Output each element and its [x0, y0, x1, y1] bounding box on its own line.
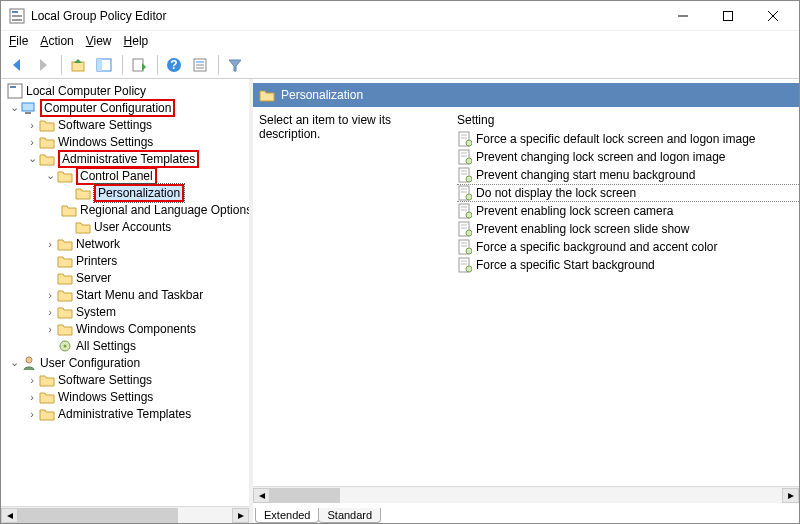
- tree-user-accounts[interactable]: User Accounts: [7, 218, 249, 235]
- setting-item[interactable]: Do not display the lock screen: [457, 184, 799, 202]
- filter-button[interactable]: [223, 53, 247, 77]
- menu-file[interactable]: File: [5, 32, 32, 50]
- tree-software-settings[interactable]: › Software Settings: [7, 116, 249, 133]
- folder-icon: [61, 202, 77, 218]
- tree-windows-components[interactable]: › Windows Components: [7, 320, 249, 337]
- svg-line-7: [768, 11, 778, 21]
- export-button[interactable]: [127, 53, 151, 77]
- svg-point-28: [64, 344, 67, 347]
- close-button[interactable]: [750, 2, 795, 30]
- tree-printers[interactable]: Printers: [7, 252, 249, 269]
- up-button[interactable]: [66, 53, 90, 77]
- expand-icon[interactable]: ›: [25, 391, 39, 403]
- scroll-right-button[interactable]: ▸: [232, 508, 249, 523]
- tree-network[interactable]: › Network: [7, 235, 249, 252]
- setting-item[interactable]: Force a specific Start background: [457, 256, 799, 274]
- svg-rect-13: [97, 59, 102, 71]
- tree-windows-settings[interactable]: › Windows Settings: [7, 133, 249, 150]
- expand-icon[interactable]: ›: [43, 289, 57, 301]
- collapse-icon[interactable]: ⌄: [25, 152, 39, 165]
- description-prompt: Select an item to view its description.: [259, 113, 391, 141]
- collapse-icon[interactable]: ⌄: [43, 169, 57, 182]
- setting-item[interactable]: Force a specific default lock screen and…: [457, 130, 799, 148]
- help-button[interactable]: ?: [162, 53, 186, 77]
- toolbar-divider: [122, 55, 123, 75]
- policy-icon: [7, 83, 23, 99]
- tree-control-panel[interactable]: ⌄ Control Panel: [7, 167, 249, 184]
- svg-rect-3: [12, 19, 22, 21]
- setting-item[interactable]: Prevent changing lock screen and logon i…: [457, 148, 799, 166]
- settings-column-header[interactable]: Setting: [457, 113, 799, 130]
- tree-u-admin[interactable]: › Administrative Templates: [7, 405, 249, 422]
- expand-icon[interactable]: ›: [43, 323, 57, 335]
- svg-marker-9: [40, 59, 47, 71]
- folder-icon: [39, 151, 55, 167]
- details-header: Personalization: [253, 83, 799, 107]
- setting-label: Prevent changing start menu background: [476, 168, 695, 182]
- menubar: File Action View Help: [1, 31, 799, 51]
- tree-start-menu[interactable]: › Start Menu and Taskbar: [7, 286, 249, 303]
- scroll-right-button[interactable]: ▸: [782, 488, 799, 503]
- scroll-thumb[interactable]: [18, 508, 178, 523]
- forward-button[interactable]: [31, 53, 55, 77]
- collapse-icon[interactable]: ⌄: [7, 356, 21, 369]
- scroll-track[interactable]: [18, 508, 232, 523]
- tree-u-windows[interactable]: › Windows Settings: [7, 388, 249, 405]
- tree-admin-templates[interactable]: ⌄ Administrative Templates: [7, 150, 249, 167]
- scroll-left-button[interactable]: ◂: [1, 508, 18, 523]
- setting-item[interactable]: Prevent enabling lock screen camera: [457, 202, 799, 220]
- folder-icon: [39, 134, 55, 150]
- expand-icon[interactable]: ›: [25, 374, 39, 386]
- scroll-left-button[interactable]: ◂: [253, 488, 270, 503]
- policy-tree[interactable]: Local Computer Policy ⌄ Computer Configu…: [1, 80, 249, 506]
- tree-horizontal-scrollbar[interactable]: ◂ ▸: [1, 506, 249, 523]
- collapse-icon[interactable]: ⌄: [7, 101, 21, 114]
- folder-icon: [57, 270, 73, 286]
- app-icon: [9, 8, 25, 24]
- expand-icon[interactable]: ›: [25, 136, 39, 148]
- toolbar-divider: [157, 55, 158, 75]
- back-button[interactable]: [5, 53, 29, 77]
- setting-item[interactable]: Force a specific background and accent c…: [457, 238, 799, 256]
- tree-root[interactable]: Local Computer Policy: [7, 82, 249, 99]
- expand-icon[interactable]: ›: [43, 238, 57, 250]
- expand-icon[interactable]: ›: [25, 408, 39, 420]
- expand-icon[interactable]: ›: [25, 119, 39, 131]
- show-hide-tree-button[interactable]: [92, 53, 116, 77]
- tree-pane: Local Computer Policy ⌄ Computer Configu…: [1, 79, 249, 523]
- setting-item[interactable]: Prevent changing start menu background: [457, 166, 799, 184]
- menu-view[interactable]: View: [82, 32, 116, 50]
- policy-setting-icon: [457, 185, 473, 201]
- details-horizontal-scrollbar[interactable]: ◂ ▸: [253, 486, 799, 503]
- tree-user-configuration[interactable]: ⌄ User Configuration: [7, 354, 249, 371]
- tree-all-settings[interactable]: All Settings: [7, 337, 249, 354]
- menu-action[interactable]: Action: [36, 32, 77, 50]
- folder-icon: [57, 236, 73, 252]
- scroll-track[interactable]: [270, 488, 782, 503]
- details-pane: Personalization Select an item to view i…: [253, 79, 799, 523]
- tree-personalization[interactable]: Personalization: [7, 184, 249, 201]
- tree-u-software[interactable]: › Software Settings: [7, 371, 249, 388]
- tree-computer-configuration[interactable]: ⌄ Computer Configuration: [7, 99, 249, 116]
- expand-icon[interactable]: ›: [43, 306, 57, 318]
- setting-label: Force a specific background and accent c…: [476, 240, 717, 254]
- maximize-button[interactable]: [705, 2, 750, 30]
- scroll-thumb[interactable]: [270, 488, 340, 503]
- setting-item[interactable]: Prevent enabling lock screen slide show: [457, 220, 799, 238]
- svg-point-29: [26, 357, 32, 363]
- menu-help[interactable]: Help: [120, 32, 153, 50]
- tree-system[interactable]: › System: [7, 303, 249, 320]
- setting-label: Force a specific Start background: [476, 258, 655, 272]
- minimize-button[interactable]: [660, 2, 705, 30]
- tab-extended[interactable]: Extended: [255, 508, 319, 523]
- policy-setting-icon: [457, 257, 473, 273]
- tab-standard[interactable]: Standard: [318, 508, 381, 523]
- toolbar: ?: [1, 51, 799, 79]
- folder-icon: [39, 389, 55, 405]
- tree-regional[interactable]: Regional and Language Options: [7, 201, 249, 218]
- svg-line-6: [768, 11, 778, 21]
- tree-server[interactable]: Server: [7, 269, 249, 286]
- properties-button[interactable]: [188, 53, 212, 77]
- svg-point-53: [466, 230, 472, 236]
- svg-point-37: [466, 158, 472, 164]
